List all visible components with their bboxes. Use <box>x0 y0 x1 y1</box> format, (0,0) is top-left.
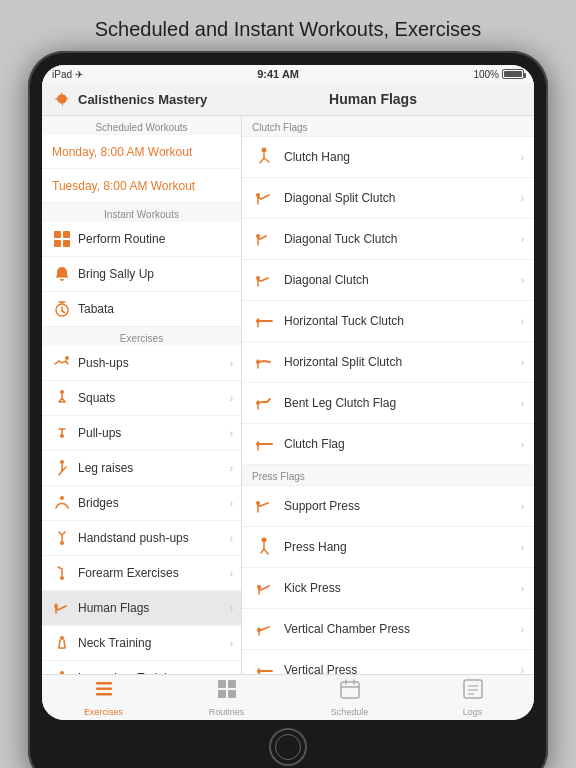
sidebar-item-tabata[interactable]: Tabata <box>42 292 241 327</box>
svg-point-9 <box>60 496 64 500</box>
sidebar-item-handstand[interactable]: Handstand push-ups › <box>42 521 241 556</box>
grid-icon <box>52 229 72 249</box>
right-item-vertical[interactable]: Vertical Press › <box>242 650 534 674</box>
bent-clutch-label: Bent Leg Clutch Flag <box>284 396 513 410</box>
support-chevron: › <box>521 501 524 512</box>
press-hang-label: Press Hang <box>284 540 513 554</box>
sidebar-item-forearm[interactable]: Forearm Exercises › <box>42 556 241 591</box>
bridges-label: Bridges <box>78 496 224 510</box>
sidebar-item-legraises[interactable]: Leg raises › <box>42 451 241 486</box>
status-left: iPad ✈ <box>52 69 83 80</box>
forearm-chevron: › <box>230 568 233 579</box>
svg-rect-41 <box>464 680 482 698</box>
clutch-hang-icon <box>252 145 276 169</box>
right-item-press-hang[interactable]: Press Hang › <box>242 527 534 568</box>
tuesday-label: Tuesday, 8:00 AM Workout <box>52 179 233 193</box>
bridges-chevron: › <box>230 498 233 509</box>
battery-icon <box>502 69 524 79</box>
scheduled-header: Scheduled Workouts <box>42 116 241 135</box>
svg-point-14 <box>60 671 64 674</box>
right-item-clutch-flag[interactable]: Clutch Flag › <box>242 424 534 465</box>
press-hang-chevron: › <box>521 542 524 553</box>
clutch-flag-label: Clutch Flag <box>284 437 513 451</box>
sidebar-item-bridges[interactable]: Bridges › <box>42 486 241 521</box>
clutch-flag-icon <box>252 432 276 456</box>
tab-logs[interactable]: Logs <box>411 675 534 720</box>
carrier-text: iPad ✈ <box>52 69 83 80</box>
clock: 9:41 AM <box>257 68 299 80</box>
sidebar-item-pushups[interactable]: Push-ups › <box>42 346 241 381</box>
vertical-chamber-icon <box>252 617 276 641</box>
routines-tab-label: Routines <box>209 707 245 717</box>
right-item-support[interactable]: Support Press › <box>242 486 534 527</box>
diag-clutch-label: Diagonal Clutch <box>284 273 513 287</box>
press-hang-icon <box>252 535 276 559</box>
sidebar-item-perform[interactable]: Perform Routine <box>42 222 241 257</box>
support-icon <box>252 494 276 518</box>
gear-icon[interactable] <box>52 89 72 109</box>
svg-rect-37 <box>228 680 236 688</box>
tab-routines[interactable]: Routines <box>165 675 288 720</box>
logs-tab-label: Logs <box>463 707 483 717</box>
svg-point-5 <box>65 356 69 360</box>
sidebar-item-lowerleg[interactable]: Lower Leg Training › <box>42 661 241 674</box>
right-item-diag-clutch[interactable]: Diagonal Clutch › <box>242 260 534 301</box>
tab-bar: Exercises Routines Schedule Logs <box>42 674 534 720</box>
sidebar-item-humanflags[interactable]: Human Flags › <box>42 591 241 626</box>
timer-icon <box>52 299 72 319</box>
right-item-horiz-split[interactable]: Horizontal Split Clutch › <box>242 342 534 383</box>
forearm-label: Forearm Exercises <box>78 566 224 580</box>
tab-schedule[interactable]: Schedule <box>288 675 411 720</box>
svg-rect-38 <box>218 690 226 698</box>
svg-rect-39 <box>228 690 236 698</box>
pullups-label: Pull-ups <box>78 426 224 440</box>
right-item-diag-tuck[interactable]: Diagonal Tuck Clutch › <box>242 219 534 260</box>
sidebar-item-tuesday[interactable]: Tuesday, 8:00 AM Workout <box>42 169 241 203</box>
diag-split-icon <box>252 186 276 210</box>
sidebar-item-monday[interactable]: Monday, 8:00 AM Workout <box>42 135 241 169</box>
handstand-chevron: › <box>230 533 233 544</box>
right-item-bent-clutch[interactable]: Bent Leg Clutch Flag › <box>242 383 534 424</box>
pullups-chevron: › <box>230 428 233 439</box>
handstand-label: Handstand push-ups <box>78 531 224 545</box>
right-item-vertical-chamber[interactable]: Vertical Chamber Press › <box>242 609 534 650</box>
right-item-horiz-tuck[interactable]: Horizontal Tuck Clutch › <box>242 301 534 342</box>
sidebar-item-neck[interactable]: Neck Training › <box>42 626 241 661</box>
monday-label: Monday, 8:00 AM Workout <box>52 145 233 159</box>
svg-rect-40 <box>341 682 359 698</box>
sidebar-item-pullups[interactable]: Pull-ups › <box>42 416 241 451</box>
sidebar-item-sally[interactable]: Bring Sally Up <box>42 257 241 292</box>
diag-tuck-chevron: › <box>521 234 524 245</box>
tab-exercises[interactable]: Exercises <box>42 675 165 720</box>
nav-bar: Calisthenics Mastery Human Flags <box>42 83 534 116</box>
squat-icon <box>52 388 72 408</box>
svg-point-13 <box>60 636 64 640</box>
diag-tuck-icon <box>252 227 276 251</box>
exercises-tab-icon <box>93 678 115 705</box>
status-right: 100% <box>473 69 524 80</box>
kick-label: Kick Press <box>284 581 513 595</box>
perform-label: Perform Routine <box>78 232 233 246</box>
horiz-tuck-icon <box>252 309 276 333</box>
exercises-tab-label: Exercises <box>84 707 123 717</box>
kick-icon <box>252 576 276 600</box>
svg-rect-34 <box>96 688 112 691</box>
bridge-icon <box>52 493 72 513</box>
clutch-hang-chevron: › <box>521 152 524 163</box>
horiz-split-label: Horizontal Split Clutch <box>284 355 513 369</box>
right-item-diag-split[interactable]: Diagonal Split Clutch › <box>242 178 534 219</box>
press-flags-header: Press Flags <box>242 465 534 486</box>
logs-tab-icon <box>462 678 484 705</box>
content-area: Scheduled Workouts Monday, 8:00 AM Worko… <box>42 116 534 674</box>
svg-point-17 <box>262 148 267 153</box>
vertical-chamber-label: Vertical Chamber Press <box>284 622 513 636</box>
vertical-label: Vertical Press <box>284 663 513 674</box>
home-button-inner <box>275 734 301 760</box>
sidebar-item-squats[interactable]: Squats › <box>42 381 241 416</box>
right-item-clutch-hang[interactable]: Clutch Hang › <box>242 137 534 178</box>
home-button[interactable] <box>269 728 307 766</box>
humanflags-chevron: › <box>230 603 233 614</box>
horiz-split-chevron: › <box>521 357 524 368</box>
kick-chevron: › <box>521 583 524 594</box>
right-item-kick[interactable]: Kick Press › <box>242 568 534 609</box>
